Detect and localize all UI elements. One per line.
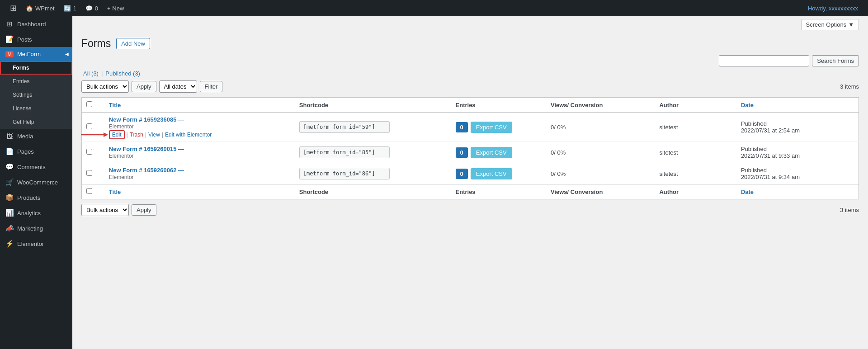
home-icon: 🏠: [26, 5, 33, 12]
select-all-checkbox-bottom[interactable]: [86, 188, 92, 194]
bulk-actions-select-bottom[interactable]: Bulk actions: [81, 204, 129, 216]
page-title: Forms: [81, 38, 111, 50]
row3-subtitle: Elementor: [109, 174, 134, 180]
updates-icon: 🔄: [64, 5, 71, 12]
row1-export-csv-button[interactable]: Export CSV: [471, 122, 512, 133]
row3-shortcode-input[interactable]: [299, 168, 390, 179]
metform-submenu: Forms Entries Settings License Get Help: [0, 61, 72, 129]
sidebar-item-entries[interactable]: Entries: [0, 75, 72, 88]
col-header-date[interactable]: Date: [736, 98, 859, 113]
wp-logo-item[interactable]: ⊞: [5, 0, 21, 16]
row3-entries-cell: 0 Export CSV: [451, 163, 546, 184]
row3-entries-count: 0: [456, 169, 468, 179]
row1-view-link[interactable]: View: [148, 132, 160, 138]
sidebar-item-get-help[interactable]: Get Help: [0, 115, 72, 129]
row2-checkbox[interactable]: [86, 149, 92, 155]
updates-count: 1: [73, 5, 76, 12]
sidebar-item-elementor[interactable]: ⚡ Elementor: [0, 236, 72, 251]
media-icon: 🖼: [5, 132, 14, 140]
row2-checkbox-cell: [82, 142, 104, 163]
row2-shortcode-input[interactable]: [299, 146, 390, 158]
row3-title-link[interactable]: New Form # 1659260062 —: [109, 167, 290, 174]
sidebar-item-marketing[interactable]: 📣 Marketing: [0, 221, 72, 236]
search-forms-button[interactable]: Search Forms: [812, 55, 859, 66]
svg-marker-1: [104, 132, 108, 137]
row1-views-cell: 0/ 0%: [546, 113, 655, 142]
row3-date-status: Published: [741, 167, 854, 174]
row1-date-cell: Published 2022/07/31 at 2:54 am: [736, 113, 859, 142]
row2-export-csv-button[interactable]: Export CSV: [471, 147, 512, 158]
sidebar-item-media[interactable]: 🖼 Media: [0, 129, 72, 144]
items-count-bottom: 3 items: [840, 207, 859, 213]
col-footer-date[interactable]: Date: [736, 184, 859, 199]
row1-trash-link[interactable]: Trash: [130, 132, 143, 138]
row2-date-cell: Published 2022/07/31 at 9:33 am: [736, 142, 859, 163]
all-dates-select[interactable]: All dates: [159, 80, 197, 93]
col-header-shortcode: Shortcode: [295, 98, 451, 113]
table-footer-row: Title Shortcode Entries Views/ Conversio…: [82, 184, 859, 199]
marketing-icon: 📣: [5, 224, 14, 232]
filter-tab-all[interactable]: All (3): [81, 70, 100, 77]
row1-title-link[interactable]: New Form # 1659236085 —: [109, 116, 290, 123]
row1-shortcode-input[interactable]: [299, 121, 390, 133]
row3-export-csv-button[interactable]: Export CSV: [471, 168, 512, 179]
filter-tab-published[interactable]: Published (3): [104, 70, 142, 77]
row1-edit-button[interactable]: Edit: [109, 130, 125, 139]
row1-author-cell: sitetest: [655, 113, 736, 142]
sidebar-item-pages[interactable]: 📄 Pages: [0, 144, 72, 159]
row1-edit-elementor-link[interactable]: Edit with Elementor: [165, 132, 212, 138]
row2-entries-cell: 0 Export CSV: [451, 142, 546, 163]
sidebar-item-forms[interactable]: Forms: [0, 61, 72, 75]
screen-options-label: Screen Options: [806, 21, 847, 28]
sidebar-label-dashboard: Dashboard: [17, 21, 46, 28]
col-header-checkbox: [82, 98, 104, 113]
bulk-actions-select[interactable]: Bulk actions: [81, 80, 129, 93]
comments-sidebar-icon: 💬: [5, 163, 14, 171]
col-footer-title[interactable]: Title: [104, 184, 295, 199]
elementor-icon: ⚡: [5, 240, 14, 248]
screen-options-button[interactable]: Screen Options ▼: [801, 19, 859, 30]
sidebar-item-license[interactable]: License: [0, 102, 72, 115]
row1-entries-count: 0: [456, 122, 468, 132]
row3-shortcode-cell: [295, 163, 451, 184]
screen-options-chevron: ▼: [848, 21, 854, 28]
page-title-row: Forms Add New: [81, 38, 859, 50]
toolbar-row: Bulk actions Apply All dates Filter 3 it…: [81, 80, 859, 93]
woocommerce-icon: 🛒: [5, 178, 14, 186]
row2-author-cell: sitetest: [655, 142, 736, 163]
row3-title-cell: New Form # 1659260062 — Elementor: [104, 163, 295, 184]
sidebar-label-forms: Forms: [13, 65, 29, 71]
sidebar-item-metform[interactable]: M MetForm: [0, 47, 72, 61]
sidebar-item-dashboard[interactable]: ⊞ Dashboard: [0, 16, 72, 32]
site-name-item[interactable]: 🏠 WPmet: [21, 0, 59, 16]
sidebar-item-woocommerce[interactable]: 🛒 WooCommerce: [0, 174, 72, 190]
table-header-row: Title Shortcode Entries Views/ Conversio…: [82, 98, 859, 113]
row1-entries-wrapper: 0 Export CSV: [456, 122, 542, 133]
table-row: New Form # 1659260062 — Elementor 0 Expo…: [82, 163, 859, 184]
row2-title-link[interactable]: New Form # 1659260015 —: [109, 146, 290, 152]
search-input[interactable]: [719, 55, 809, 66]
row3-views-cell: 0/ 0%: [546, 163, 655, 184]
new-item[interactable]: + New: [103, 0, 128, 16]
select-all-checkbox-top[interactable]: [86, 101, 92, 107]
sidebar-item-products[interactable]: 📦 Products: [0, 190, 72, 205]
add-new-button[interactable]: Add New: [116, 38, 150, 49]
col-header-title[interactable]: Title: [104, 98, 295, 113]
sidebar-item-posts[interactable]: 📝 Posts: [0, 32, 72, 47]
site-name-label: WPmet: [35, 5, 55, 12]
updates-item[interactable]: 🔄 1: [59, 0, 81, 16]
sidebar-item-settings[interactable]: Settings: [0, 88, 72, 102]
apply-button-bottom[interactable]: Apply: [132, 204, 156, 216]
filter-button[interactable]: Filter: [200, 81, 223, 92]
comments-item[interactable]: 💬 0: [81, 0, 103, 16]
layout: ⊞ Dashboard 📝 Posts M MetForm Forms Entr…: [0, 16, 868, 349]
row3-checkbox[interactable]: [86, 170, 92, 176]
comments-count: 0: [95, 5, 98, 12]
row1-checkbox[interactable]: [86, 123, 92, 129]
sidebar-label-elementor: Elementor: [17, 241, 44, 247]
apply-button-top[interactable]: Apply: [132, 81, 156, 92]
sidebar-item-comments[interactable]: 💬 Comments: [0, 159, 72, 174]
sidebar-item-analytics[interactable]: 📊 Analytics: [0, 205, 72, 221]
col-footer-views: Views/ Conversion: [546, 184, 655, 199]
posts-icon: 📝: [5, 35, 14, 43]
